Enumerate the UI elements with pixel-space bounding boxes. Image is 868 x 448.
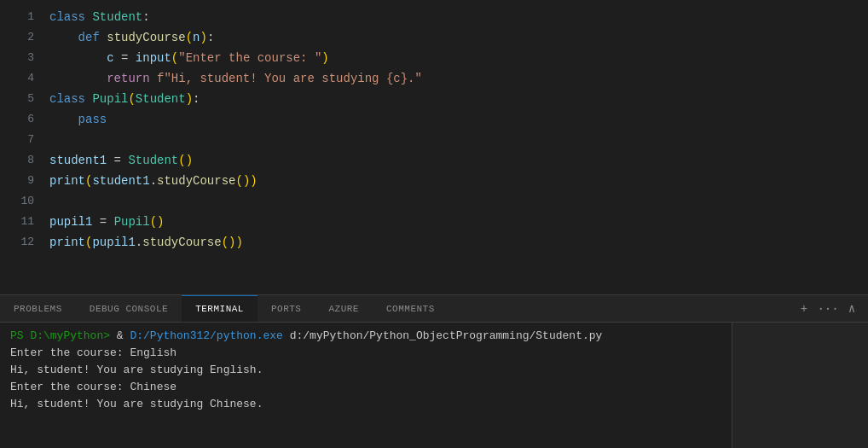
terminal-line-5: Hi, student! You are studying Chinese. — [10, 398, 263, 410]
terminal-line: Enter the course: English — [10, 345, 721, 362]
terminal-prompt: PS D:\myPython> — [10, 329, 110, 342]
code-line: student1 = Student() — [49, 150, 868, 171]
terminal-line: Enter the course: Chinese — [10, 379, 721, 396]
terminal-line-4: Enter the course: Chinese — [10, 381, 176, 393]
collapse-panel-button[interactable]: ∧ — [842, 300, 861, 318]
line-number: 11 — [0, 212, 34, 232]
terminal-exe: D:/Python312/python.exe — [130, 329, 282, 342]
line-number: 5 — [0, 89, 34, 109]
token-paren: ( — [235, 171, 242, 191]
terminal-cmd-pre: & — [110, 329, 130, 342]
token-fn-name: studyCourse — [107, 27, 185, 48]
terminal-line-3: Hi, student! You are studying English. — [10, 364, 263, 376]
token-cls-name: Student — [128, 150, 178, 171]
token-plain: = — [92, 212, 113, 232]
terminal-output[interactable]: PS D:\myPython> & D:/Python312/python.ex… — [0, 323, 732, 448]
token-paren: ( — [178, 150, 185, 171]
token-builtin: print — [49, 171, 85, 191]
bottom-panel: PROBLEMSDEBUG CONSOLETERMINALPORTSAZUREC… — [0, 294, 868, 448]
token-plain: : — [193, 89, 200, 109]
token-paren: ( — [222, 232, 229, 253]
line-number: 9 — [0, 171, 34, 191]
token-paren: ( — [85, 171, 92, 191]
token-plain — [100, 27, 107, 48]
line-number: 6 — [0, 109, 34, 130]
new-terminal-button[interactable]: + — [795, 300, 813, 318]
token-kw-def: def — [78, 27, 100, 48]
panel-tab-problems[interactable]: PROBLEMS — [0, 295, 76, 322]
token-paren: ) — [321, 48, 328, 68]
token-paren: ( — [128, 89, 135, 109]
token-plain — [49, 27, 78, 48]
token-var: student1 — [49, 150, 107, 171]
line-number: 4 — [0, 68, 34, 89]
token-plain — [49, 68, 107, 89]
token-paren: ( — [150, 212, 157, 232]
code-line: pass — [49, 109, 868, 130]
terminal-line: Hi, student! You are studying English. — [10, 362, 721, 379]
code-editor: 123456789101112 class Student: def study… — [0, 0, 868, 294]
panel-tabs: PROBLEMSDEBUG CONSOLETERMINALPORTSAZUREC… — [0, 295, 868, 323]
token-paren: ) — [186, 150, 193, 171]
token-paren: ) — [235, 232, 242, 253]
terminal-line-2: Enter the course: English — [10, 346, 176, 359]
terminal-cmd-path: d:/myPython/Python_ObjectProgramming/Stu… — [283, 329, 602, 342]
terminal-instances-sidebar — [732, 323, 868, 448]
token-cls-name: Student — [136, 89, 186, 109]
panel-tab-azure[interactable]: AZURE — [315, 295, 373, 322]
line-number: 7 — [0, 130, 34, 150]
panel-tabs-right: + ··· ∧ — [795, 300, 868, 318]
token-kw-class: class — [49, 89, 85, 109]
token-method: studyCourse — [157, 171, 235, 191]
code-line — [49, 191, 868, 212]
code-line: pupil1 = Pupil() — [49, 212, 868, 232]
line-number: 12 — [0, 232, 34, 253]
terminal-line: Hi, student! You are studying Chinese. — [10, 396, 721, 413]
line-number: 1 — [0, 7, 34, 27]
token-plain: . — [136, 232, 142, 253]
code-line: class Pupil(Student): — [49, 89, 868, 109]
line-number: 10 — [0, 191, 34, 212]
token-kw-class: class — [49, 7, 85, 27]
token-paren: ) — [200, 27, 206, 48]
code-line: class Student: — [49, 7, 868, 27]
token-paren: ( — [171, 48, 178, 68]
token-kw-pass: pass — [78, 109, 107, 130]
code-line: return f"Hi, student! You are studying {… — [49, 68, 868, 89]
token-cls-name: Pupil — [114, 212, 150, 232]
token-cls-name: Pupil — [92, 89, 128, 109]
token-builtin: input — [136, 48, 171, 68]
panel-tab-debug-console[interactable]: DEBUG CONSOLE — [76, 295, 182, 322]
terminal-line: PS D:\myPython> & D:/Python312/python.ex… — [10, 328, 721, 345]
token-plain: : — [142, 7, 149, 27]
token-plain: : — [207, 27, 214, 48]
line-numbers: 123456789101112 — [0, 0, 43, 294]
panel-tabs-left: PROBLEMSDEBUG CONSOLETERMINALPORTSAZUREC… — [0, 295, 448, 322]
token-var: student1 — [92, 171, 149, 191]
token-paren: ) — [250, 171, 257, 191]
token-builtin: print — [49, 232, 85, 253]
panel-tab-ports[interactable]: PORTS — [258, 295, 315, 322]
token-var: pupil1 — [49, 212, 92, 232]
code-line: c = input("Enter the course: ") — [49, 48, 868, 68]
token-cls-name: Student — [92, 7, 142, 27]
token-kw-return: return — [107, 68, 149, 89]
token-plain — [150, 68, 157, 89]
token-plain: . — [150, 171, 157, 191]
token-method: studyCourse — [142, 232, 221, 253]
panel-tab-comments[interactable]: COMMENTS — [373, 295, 448, 322]
code-line: print(student1.studyCourse()) — [49, 171, 868, 191]
line-number: 3 — [0, 48, 34, 68]
token-var: c — [107, 48, 113, 68]
code-content[interactable]: class Student: def studyCourse(n): c = i… — [43, 0, 868, 294]
line-number: 8 — [0, 150, 34, 171]
more-actions-button[interactable]: ··· — [819, 300, 837, 318]
code-line — [49, 130, 868, 150]
token-var: pupil1 — [92, 232, 135, 253]
token-paren: ( — [85, 232, 92, 253]
code-line: def studyCourse(n): — [49, 27, 868, 48]
panel-tab-terminal[interactable]: TERMINAL — [182, 295, 258, 322]
token-string: "Enter the course: " — [178, 48, 321, 68]
line-number: 2 — [0, 27, 34, 48]
token-paren: ) — [157, 212, 164, 232]
